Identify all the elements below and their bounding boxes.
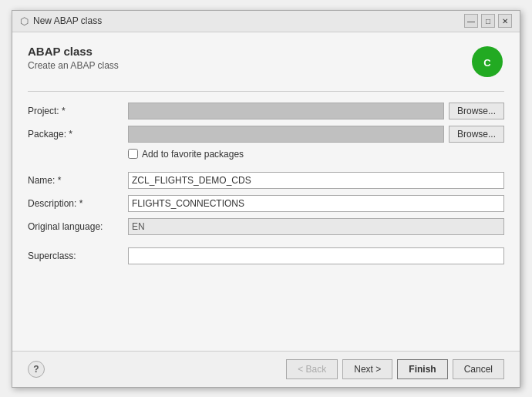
back-button[interactable]: < Back [286, 359, 338, 379]
package-input-area: Browse... [128, 126, 504, 143]
add-favorite-checkbox[interactable] [128, 149, 138, 159]
package-row: Package: * Browse... [28, 126, 504, 143]
title-bar-controls: — □ ✕ [464, 14, 512, 28]
description-input[interactable] [128, 195, 504, 212]
description-input-area [128, 195, 504, 212]
name-input-area [128, 172, 504, 189]
name-row: Name: * [28, 172, 504, 189]
original-language-label: Original language: [28, 221, 128, 232]
svg-text:C: C [483, 57, 491, 69]
project-browse-button[interactable]: Browse... [449, 103, 504, 119]
next-button[interactable]: Next > [342, 359, 392, 379]
description-label: Description: * [28, 198, 128, 209]
title-bar: ⬡ New ABAP class — □ ✕ [12, 11, 520, 32]
superclass-row: Superclass: [28, 247, 504, 264]
spacer2 [28, 241, 504, 247]
superclass-input-area [128, 247, 504, 264]
close-button[interactable]: ✕ [498, 14, 512, 28]
help-button[interactable]: ? [28, 361, 45, 378]
footer-buttons: < Back Next > Finish Cancel [286, 359, 504, 379]
header-section: ABAP class Create an ABAP class C [28, 45, 504, 79]
maximize-button[interactable]: □ [481, 14, 495, 28]
project-row: Project: * Browse... [28, 103, 504, 119]
original-language-row: Original language: [28, 218, 504, 235]
description-row: Description: * [28, 195, 504, 212]
window-title: New ABAP class [33, 15, 102, 26]
header-text: ABAP class Create an ABAP class [28, 45, 119, 71]
project-input[interactable] [128, 103, 444, 119]
original-language-input-area [128, 218, 504, 235]
package-input[interactable] [128, 126, 444, 143]
package-label: Package: * [28, 129, 128, 140]
dialog-subtitle: Create an ABAP class [28, 60, 119, 71]
abap-icon-svg: C [470, 45, 504, 79]
original-language-input[interactable] [128, 218, 504, 235]
dialog-title: ABAP class [28, 45, 119, 58]
add-favorite-row: Add to favorite packages [128, 149, 504, 160]
superclass-label: Superclass: [28, 251, 128, 261]
project-input-area: Browse... [128, 103, 504, 119]
package-browse-button[interactable]: Browse... [449, 126, 504, 143]
abap-class-icon: C [470, 45, 504, 79]
cancel-button[interactable]: Cancel [453, 359, 504, 379]
dialog-footer: ? < Back Next > Finish Cancel [12, 351, 520, 387]
form-section: Project: * Browse... Package: * Browse..… [28, 103, 504, 271]
name-input[interactable] [128, 172, 504, 189]
footer-left: ? [28, 361, 45, 378]
header-separator [28, 91, 504, 92]
superclass-input[interactable] [128, 247, 504, 264]
main-window: ⬡ New ABAP class — □ ✕ ABAP class Create… [12, 10, 520, 388]
add-favorite-label[interactable]: Add to favorite packages [142, 149, 244, 160]
project-label: Project: * [28, 106, 128, 116]
minimize-button[interactable]: — [464, 14, 478, 28]
dialog-content: ABAP class Create an ABAP class C Projec… [12, 32, 520, 351]
title-bar-left: ⬡ New ABAP class [20, 15, 102, 27]
name-label: Name: * [28, 175, 128, 186]
finish-button[interactable]: Finish [397, 359, 447, 379]
